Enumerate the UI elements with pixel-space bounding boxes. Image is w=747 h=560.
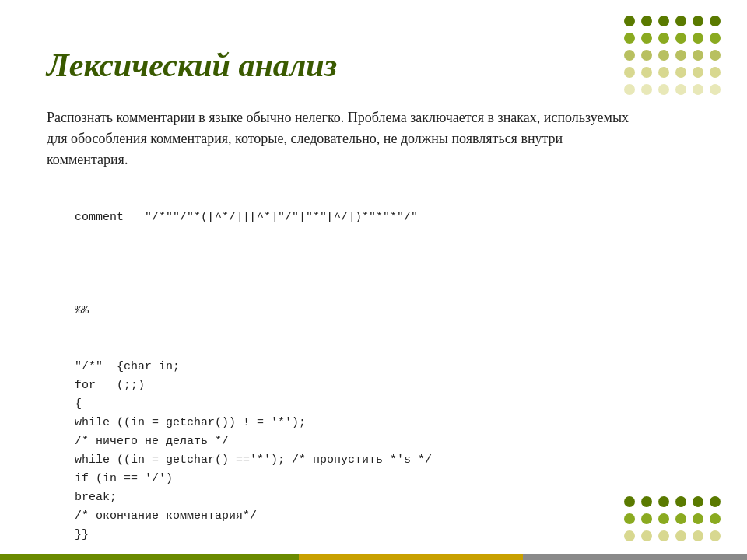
decorative-dot	[710, 84, 721, 95]
decorative-dot	[624, 496, 635, 507]
decorative-dot	[658, 67, 669, 78]
decorative-dot	[641, 67, 652, 78]
decorative-dot	[641, 496, 652, 507]
decorative-dot	[624, 16, 635, 26]
decorative-dot	[693, 50, 703, 61]
decorative-dot	[624, 513, 635, 524]
decorative-dot	[675, 513, 686, 524]
decorative-dot	[693, 67, 703, 78]
decorative-dot	[624, 67, 635, 78]
decorative-dot	[641, 50, 652, 61]
decorative-dot	[710, 50, 721, 61]
decorative-dot	[624, 50, 635, 61]
decorative-dot	[658, 513, 669, 524]
decorative-dot	[624, 530, 635, 541]
page-title: Лексический анализ	[47, 47, 700, 84]
decorative-dot	[693, 84, 703, 95]
decorative-dot	[693, 33, 703, 44]
decorative-dot	[658, 530, 669, 541]
code-body: "/*" {char in; for (;;) { while ((in = g…	[47, 360, 432, 541]
decorative-dot	[710, 33, 721, 44]
decorative-dot	[675, 530, 686, 541]
decorative-dot	[624, 84, 635, 95]
decorative-dot	[658, 84, 669, 95]
decorative-dot	[675, 50, 686, 61]
decorative-dot	[693, 530, 703, 541]
decorative-dot	[658, 496, 669, 507]
decorative-dot	[710, 513, 721, 524]
decorative-dot	[675, 496, 686, 507]
decorative-dot	[675, 16, 686, 26]
code-block: comment "/*""/"*([^*/]|[^*]"/"|"*"[^/])*…	[47, 190, 700, 560]
comment-rule-line: comment "/*""/"*([^*/]|[^*]"/"|"*"[^/])*…	[75, 211, 418, 224]
dots-decoration-top	[624, 16, 724, 98]
decorative-dot	[624, 33, 635, 44]
decorative-dot	[710, 530, 721, 541]
decorative-dot	[675, 84, 686, 95]
decorative-dot	[693, 513, 703, 524]
decorative-dot	[641, 16, 652, 26]
slide-container: Лексический анализ Распознать комментари…	[0, 0, 747, 560]
decorative-dot	[675, 33, 686, 44]
decorative-dot	[641, 33, 652, 44]
decorative-dot	[675, 67, 686, 78]
decorative-dot	[641, 513, 652, 524]
decorative-dot	[658, 50, 669, 61]
separator-line: %%	[75, 304, 89, 317]
decorative-dot	[693, 16, 703, 26]
decorative-dot	[710, 16, 721, 26]
description-text: Распознать комментарии в языке обычно не…	[47, 107, 630, 170]
decorative-dot	[693, 496, 703, 507]
decorative-dot	[710, 496, 721, 507]
dots-decoration-bottom	[624, 496, 724, 544]
bottom-bar	[0, 554, 747, 560]
decorative-dot	[710, 67, 721, 78]
decorative-dot	[641, 84, 652, 95]
decorative-dot	[658, 16, 669, 26]
decorative-dot	[658, 33, 669, 44]
decorative-dot	[641, 530, 652, 541]
